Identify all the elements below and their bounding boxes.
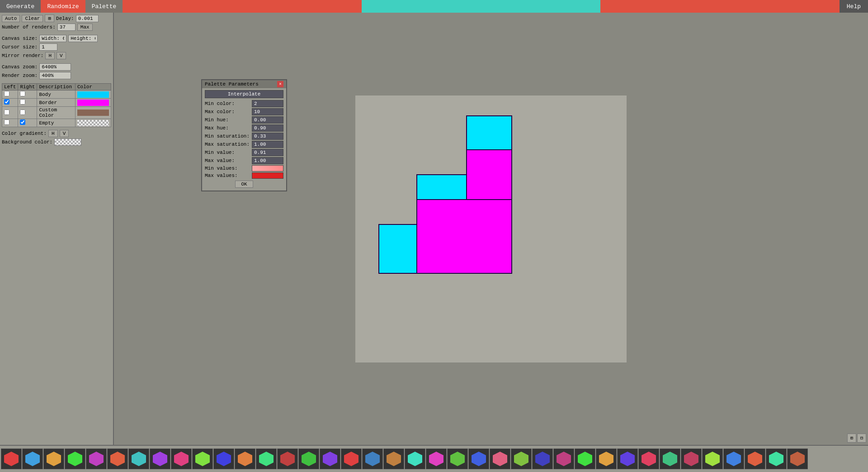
modal-close-button[interactable]: × — [277, 81, 283, 87]
auto-button[interactable]: Auto — [2, 15, 20, 22]
right-checkbox-body[interactable] — [20, 91, 25, 96]
expand-button[interactable]: ⊞ — [45, 14, 54, 22]
left-check-custom[interactable] — [2, 107, 18, 119]
sprite-icon[interactable] — [553, 448, 574, 469]
color-border[interactable] — [75, 99, 111, 107]
color-custom[interactable] — [75, 107, 111, 119]
sprite-icon[interactable] — [681, 448, 702, 469]
corner-shrink-button[interactable]: ⊟ — [857, 434, 866, 443]
mirror-v-button[interactable]: V — [57, 52, 66, 59]
sprite-icon[interactable] — [468, 448, 489, 469]
sprite-icon[interactable] — [447, 448, 468, 469]
mirror-h-button[interactable]: H — [45, 52, 55, 59]
gradient-h-button[interactable]: H — [48, 130, 58, 137]
sprite-icon[interactable] — [362, 448, 383, 469]
render-canvas[interactable] — [355, 95, 627, 362]
right-checkbox-custom[interactable] — [20, 110, 25, 115]
min-hue-input[interactable] — [252, 116, 283, 124]
max-value-input[interactable] — [252, 157, 283, 164]
sprite-icon[interactable] — [298, 448, 319, 469]
sprite-icon[interactable] — [787, 448, 808, 469]
sprite-icon[interactable] — [490, 448, 510, 469]
left-checkbox-custom[interactable] — [4, 110, 9, 115]
canvas-zoom-input[interactable] — [39, 63, 71, 71]
color-swatch-custom[interactable] — [77, 110, 109, 116]
color-empty[interactable] — [75, 119, 111, 127]
delay-input[interactable] — [76, 15, 99, 22]
sprite-icon[interactable] — [128, 448, 149, 469]
right-checkbox-border[interactable] — [20, 99, 25, 105]
left-check-empty[interactable] — [2, 119, 18, 127]
right-checkbox-empty[interactable] — [20, 119, 25, 125]
sprite-icon[interactable] — [171, 448, 192, 469]
randomize-button[interactable]: Randomize — [41, 0, 85, 13]
clear-button[interactable]: Clear — [22, 15, 43, 22]
sprite-icon[interactable] — [702, 448, 723, 469]
min-values-bar[interactable] — [252, 165, 283, 172]
sprite-icon[interactable] — [256, 448, 277, 469]
canvas-zoom-label: Canvas zoom: — [2, 64, 38, 70]
interpolate-button[interactable]: Interpolate — [205, 90, 283, 98]
sprite-icon[interactable] — [192, 448, 213, 469]
sprite-icon[interactable] — [320, 448, 340, 469]
sprite-icon[interactable] — [65, 448, 85, 469]
right-check-custom[interactable] — [18, 107, 37, 119]
sprite-icon[interactable] — [638, 448, 659, 469]
min-saturation-label: Min saturation: — [205, 133, 250, 139]
max-values-bar[interactable] — [252, 172, 283, 179]
sprite-icon[interactable] — [43, 448, 64, 469]
generate-button[interactable]: Generate — [0, 0, 41, 13]
min-value-input[interactable] — [252, 149, 283, 156]
left-checkbox-empty[interactable] — [4, 119, 9, 125]
left-check-border[interactable] — [2, 99, 18, 107]
gradient-v-button[interactable]: V — [60, 130, 69, 137]
cursor-size-input[interactable] — [39, 43, 57, 51]
color-swatch-empty[interactable] — [77, 120, 109, 126]
sprite-icon[interactable] — [575, 448, 595, 469]
sprite-icon[interactable] — [107, 448, 128, 469]
right-check-border[interactable] — [18, 99, 37, 107]
sprite-icon[interactable] — [277, 448, 298, 469]
color-swatch-body[interactable] — [77, 91, 109, 98]
min-color-input[interactable] — [252, 100, 283, 107]
sprite-icon[interactable] — [213, 448, 234, 469]
canvas-height-input[interactable] — [68, 35, 98, 42]
max-hue-input[interactable] — [252, 124, 283, 132]
sprite-icon[interactable] — [766, 448, 787, 469]
sprite-icon[interactable] — [235, 448, 255, 469]
sprite-icon[interactable] — [511, 448, 532, 469]
sprite-icon[interactable] — [150, 448, 170, 469]
sprite-icon[interactable] — [341, 448, 362, 469]
max-saturation-input[interactable] — [252, 141, 283, 148]
canvas-width-input[interactable] — [39, 35, 66, 42]
sprite-icon[interactable] — [596, 448, 617, 469]
num-renders-input[interactable] — [57, 24, 75, 31]
ok-button[interactable]: OK — [235, 181, 253, 188]
corner-expand-button[interactable]: ⊞ — [847, 434, 856, 443]
left-checkbox-body[interactable] — [4, 91, 9, 96]
right-check-empty[interactable] — [18, 119, 37, 127]
sprite-icon[interactable] — [617, 448, 638, 469]
left-check-body[interactable] — [2, 91, 18, 99]
sprite-icon[interactable] — [745, 448, 765, 469]
min-saturation-input[interactable] — [252, 133, 283, 140]
color-body[interactable] — [75, 91, 111, 99]
render-zoom-input[interactable] — [39, 72, 71, 79]
sprite-icon[interactable] — [86, 448, 107, 469]
max-button[interactable]: Max — [77, 24, 93, 31]
color-swatch-border[interactable] — [77, 100, 109, 106]
sprite-icon[interactable] — [383, 448, 404, 469]
sprite-icon[interactable] — [405, 448, 425, 469]
sprite-icon[interactable] — [660, 448, 680, 469]
left-checkbox-border[interactable] — [4, 99, 9, 105]
sprite-icon[interactable] — [1, 448, 22, 469]
sprite-icon[interactable] — [532, 448, 553, 469]
sprite-icon[interactable] — [426, 448, 447, 469]
help-button[interactable]: Help — [840, 0, 868, 13]
sprite-icon[interactable] — [22, 448, 43, 469]
background-color-swatch[interactable] — [54, 138, 81, 146]
sprite-icon[interactable] — [723, 448, 744, 469]
palette-button[interactable]: Palette — [85, 0, 123, 13]
right-check-body[interactable] — [18, 91, 37, 99]
max-color-input[interactable] — [252, 108, 283, 115]
